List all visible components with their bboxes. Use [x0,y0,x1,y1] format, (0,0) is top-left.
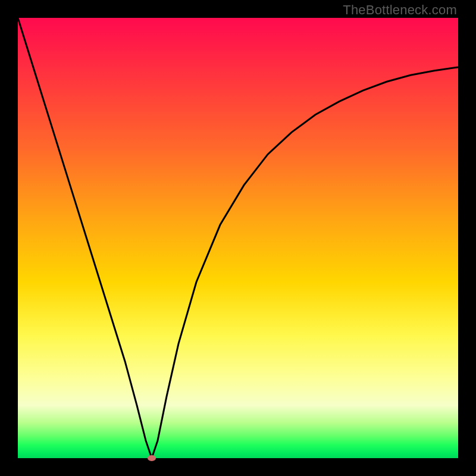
watermark-text: TheBottleneck.com [343,2,457,18]
curve-path [18,18,458,458]
chart-container: TheBottleneck.com [0,0,476,476]
bottleneck-curve [18,18,458,458]
optimum-marker [148,455,156,461]
plot-area [18,18,458,458]
